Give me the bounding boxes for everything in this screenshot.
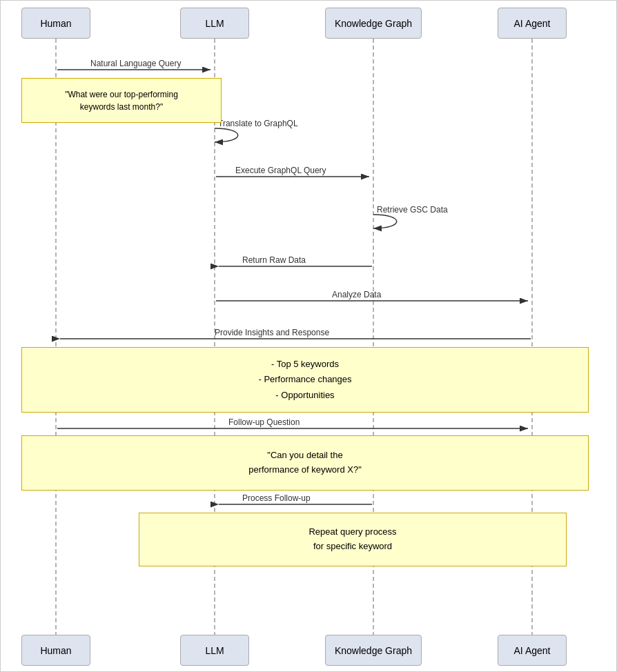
participant-llm-bottom: LLM [180,635,249,666]
svg-text:Provide Insights and Response: Provide Insights and Response [215,328,329,337]
note-repeat: Repeat query process for specific keywor… [139,513,567,566]
note-followup: "Can you detail the performance of keywo… [21,435,589,491]
participant-ai-bottom: AI Agent [498,635,567,666]
participant-human-bottom: Human [21,635,90,666]
svg-text:Return Raw Data: Return Raw Data [242,255,306,265]
svg-text:Natural Language Query: Natural Language Query [90,59,181,68]
participant-llm-top: LLM [180,8,249,39]
participant-kg-bottom: Knowledge Graph [325,635,422,666]
diagram-container: Natural Language Query Translate to Grap… [0,0,617,672]
note-query: "What were our top-performing keywords l… [21,78,222,123]
svg-text:Follow-up Question: Follow-up Question [228,417,300,427]
participant-human-top: Human [21,8,90,39]
participant-kg-top: Knowledge Graph [325,8,422,39]
svg-text:Analyze Data: Analyze Data [332,290,382,299]
participant-ai-top: AI Agent [498,8,567,39]
svg-text:Retrieve GSC Data: Retrieve GSC Data [377,205,448,215]
svg-text:Translate to GraphQL: Translate to GraphQL [218,119,298,128]
note-response: - Top 5 keywords - Performance changes -… [21,347,589,413]
svg-text:Execute GraphQL Query: Execute GraphQL Query [235,166,326,175]
svg-text:Process Follow-up: Process Follow-up [242,493,311,503]
